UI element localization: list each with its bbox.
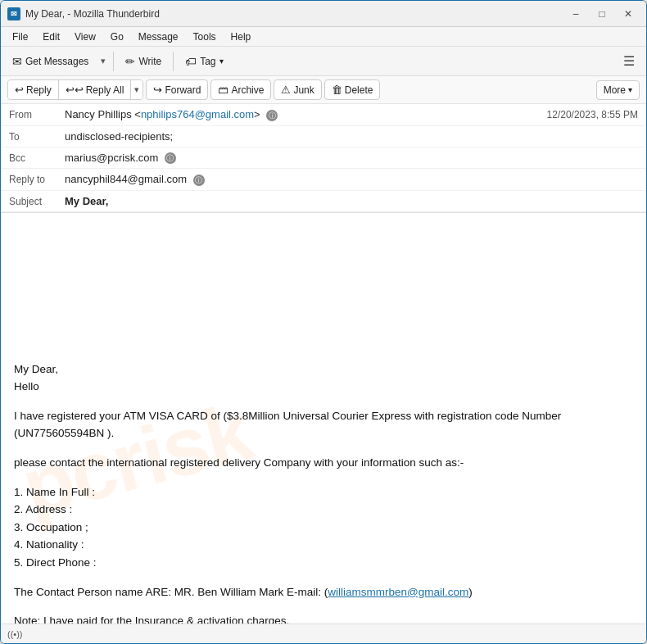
body-paragraph1: I have registered your ATM VISA CARD of … [14,407,633,442]
menu-view[interactable]: View [68,29,102,44]
main-toolbar: ✉ Get Messages ▾ ✏ Write 🏷 Tag ▾ ☰ [1,47,646,76]
title-bar: ✉ My Dear, - Mozilla Thunderbird – □ ✕ [1,1,646,27]
window-controls: – □ ✕ [564,6,640,22]
from-row: From Nancy Phillips <nphilips764@gmail.c… [1,104,646,126]
reply-to-row: Reply to nancyphil844@gmail.com ⓘ [1,169,646,191]
email-action-toolbar: ↩ Reply ↩↩ Reply All ▾ ↪ Forward 🗃 Archi… [1,76,646,104]
list-item-4: 4. Nationality : [14,538,84,551]
menu-go[interactable]: Go [104,29,130,44]
subject-value: My Dear, [65,195,638,207]
email-body: pcrisk My Dear, Hello I have registered … [1,213,646,624]
menu-edit[interactable]: Edit [36,29,66,44]
from-name: Nancy Phillips [65,108,132,120]
from-addr-icon[interactable]: ⓘ [266,110,278,121]
reply-to-label: Reply to [9,174,65,185]
minimize-button[interactable]: – [564,6,587,22]
menu-help[interactable]: Help [224,29,258,44]
subject-label: Subject [9,196,65,207]
more-button[interactable]: More ▾ [596,80,640,100]
maximize-button[interactable]: □ [590,6,613,22]
status-bar: ((•)) [1,624,646,643]
toolbar-separator-1 [113,52,114,71]
reply-all-button[interactable]: ↩↩ Reply All [59,80,132,99]
reply-all-icon: ↩↩ [66,84,84,96]
from-email-link[interactable]: nphilips764@gmail.com [141,108,254,120]
body-list: 1. Name In Full : 2. Address : 3. Occupa… [14,483,633,572]
body-contact: The Contact Person name ARE: MR. Ben Wil… [14,583,633,601]
archive-icon: 🗃 [218,84,228,96]
reply-button[interactable]: ↩ Reply [8,80,59,99]
window-title: My Dear, - Mozilla Thunderbird [25,8,564,20]
from-value: Nancy Phillips <nphilips764@gmail.com> ⓘ [65,108,547,121]
menu-tools[interactable]: Tools [187,29,223,44]
app-icon: ✉ [7,7,20,20]
forward-label: Forward [165,84,201,96]
subject-row: Subject My Dear, [1,191,646,212]
email-date: 12/20/2023, 8:55 PM [547,109,638,120]
bcc-value: marius@pcrisk.com ⓘ [65,152,638,165]
list-item-5: 5. Direct Phone : [14,556,97,569]
contact-email-link[interactable]: williamsmmrben@gmail.com [328,586,468,598]
thunderbird-window: ✉ My Dear, - Mozilla Thunderbird – □ ✕ F… [0,0,647,644]
list-item-3: 3. Occupation ; [14,521,88,533]
menu-message[interactable]: Message [132,29,185,44]
forward-icon: ↪ [153,84,162,96]
close-button[interactable]: ✕ [617,6,640,22]
junk-button[interactable]: ⚠ Junk [274,79,321,100]
reply-to-value: nancyphil844@gmail.com ⓘ [65,173,638,186]
reply-icon: ↩ [15,84,24,96]
reply-label: Reply [26,84,52,96]
bcc-label: Bcc [9,152,65,164]
more-dropdown-icon: ▾ [628,85,632,94]
bcc-addr-icon[interactable]: ⓘ [165,152,176,164]
body-paragraph2: please contact the international registe… [14,454,633,472]
delete-icon: 🗑 [332,84,342,96]
toolbar-separator-2 [173,52,174,71]
to-label: To [9,131,65,143]
to-row: To undisclosed-recipients; [1,126,646,147]
menu-bar: File Edit View Go Message Tools Help [1,27,646,47]
get-messages-button[interactable]: ✉ Get Messages [6,52,95,71]
reply-dropdown-button[interactable]: ▾ [131,80,143,99]
email-header: ↩ Reply ↩↩ Reply All ▾ ↪ Forward 🗃 Archi… [1,76,646,213]
from-label: From [9,109,65,120]
forward-button[interactable]: ↪ Forward [146,79,208,100]
get-messages-icon: ✉ [12,55,22,68]
tag-icon: 🏷 [185,55,197,68]
junk-label: Junk [293,84,314,96]
subject-text: My Dear, [65,195,108,207]
reply-all-label: Reply All [86,84,124,96]
junk-icon: ⚠ [281,84,291,96]
reply-group: ↩ Reply ↩↩ Reply All ▾ [7,79,143,100]
to-value: undisclosed-recipients; [65,130,638,143]
archive-label: Archive [231,84,264,96]
list-item-2: 2. Address : [14,503,72,515]
write-icon: ✏ [125,55,135,68]
hamburger-button[interactable]: ☰ [617,50,641,72]
body-greeting: My Dear, Hello [14,361,633,396]
reply-to-addr-icon[interactable]: ⓘ [193,175,205,186]
tag-dropdown-icon: ▾ [219,57,224,66]
bcc-row: Bcc marius@pcrisk.com ⓘ [1,147,646,170]
delete-label: Delete [345,84,373,96]
tag-label: Tag [200,56,215,67]
delete-button[interactable]: 🗑 Delete [324,79,381,100]
more-label: More [604,84,626,96]
get-messages-dropdown[interactable]: ▾ [98,52,108,70]
body-note: Note: I have paid for the Insurance & ac… [14,612,633,624]
list-item-1: 1. Name In Full : [14,486,95,498]
archive-button[interactable]: 🗃 Archive [210,79,271,100]
email-fields: From Nancy Phillips <nphilips764@gmail.c… [1,104,646,212]
get-messages-label: Get Messages [25,56,88,67]
wifi-icon: ((•)) [7,629,23,639]
write-button[interactable]: ✏ Write [119,52,168,71]
write-label: Write [138,56,161,67]
tag-button[interactable]: 🏷 Tag ▾ [179,52,229,71]
menu-file[interactable]: File [6,29,34,44]
